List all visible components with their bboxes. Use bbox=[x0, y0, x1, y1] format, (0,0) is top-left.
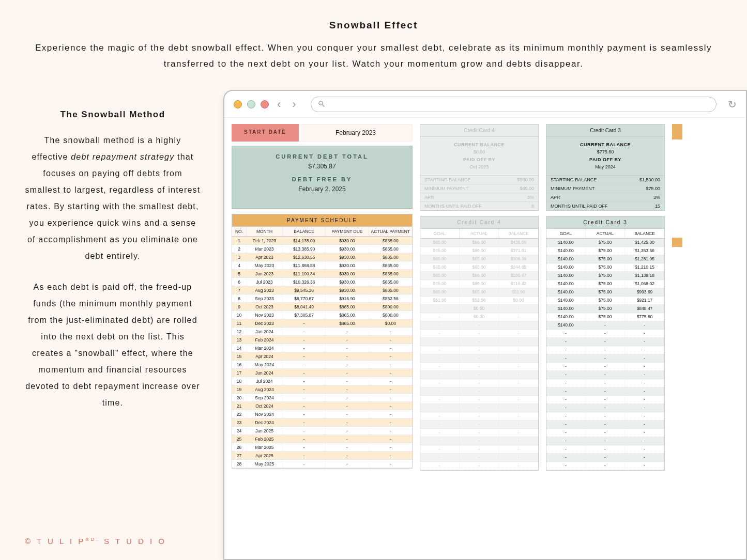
table-row[interactable]: $51.90$52.56$0.00 bbox=[420, 297, 538, 305]
table-row[interactable]: --- bbox=[420, 445, 538, 454]
table-row[interactable]: --- bbox=[546, 379, 664, 387]
table-row[interactable]: --- bbox=[546, 387, 664, 396]
table-row[interactable]: 28May 2025--- bbox=[232, 460, 412, 468]
table-row[interactable]: 9Oct 2023$8,041.49$865.00$800.00 bbox=[232, 303, 412, 311]
table-row[interactable]: --- bbox=[420, 454, 538, 462]
table-row[interactable]: 7Aug 2023$9,545.36$930.00$865.00 bbox=[232, 286, 412, 294]
table-row[interactable]: -$0.00- bbox=[420, 313, 538, 321]
table-row[interactable]: --- bbox=[546, 371, 664, 379]
col-header: BALANCE bbox=[499, 229, 538, 238]
table-row[interactable]: $140.00$75.00$921.17 bbox=[546, 297, 664, 305]
table-row[interactable]: --- bbox=[546, 412, 664, 421]
copyright: © T U L I PRD. S T U D I O bbox=[25, 537, 166, 546]
table-row[interactable]: --- bbox=[546, 338, 664, 346]
table-row[interactable]: $65.00$65.00$308.36 bbox=[420, 255, 538, 263]
address-bar[interactable]: 🔍︎ bbox=[311, 97, 716, 112]
table-row[interactable]: 10Nov 2023$7,305.87$865.00$800.00 bbox=[232, 311, 412, 319]
table-row[interactable]: --- bbox=[420, 396, 538, 404]
table-row[interactable]: --- bbox=[546, 363, 664, 371]
table-row[interactable]: 11Dec 2023-$865.00$0.00 bbox=[232, 319, 412, 328]
table-row[interactable]: --- bbox=[420, 354, 538, 363]
table-row[interactable]: 20Sep 2024--- bbox=[232, 394, 412, 402]
table-row[interactable]: 23Dec 2024--- bbox=[232, 418, 412, 427]
schedule-header: PAYMENT SCHEDULE bbox=[232, 214, 412, 226]
table-row[interactable]: --- bbox=[546, 354, 664, 363]
table-row[interactable]: --- bbox=[420, 338, 538, 346]
table-row[interactable]: 27Apr 2025--- bbox=[232, 452, 412, 460]
table-row[interactable]: 1Feb 1, 2023$14,135.00$930.00$865.00 bbox=[232, 237, 412, 245]
table-row[interactable]: $65.00$65.00$435.00 bbox=[420, 239, 538, 247]
nav-back-icon[interactable]: ‹ bbox=[274, 98, 284, 111]
table-row[interactable]: --- bbox=[546, 404, 664, 412]
table-row[interactable]: $140.00$75.00$1,281.95 bbox=[546, 255, 664, 263]
table-row[interactable]: 17Jun 2024--- bbox=[232, 369, 412, 377]
table-row[interactable]: 4May 2023$11,868.88$930.00$865.00 bbox=[232, 261, 412, 270]
table-row[interactable]: --- bbox=[420, 462, 538, 470]
table-row[interactable]: --- bbox=[546, 454, 664, 462]
table-row[interactable]: --- bbox=[420, 437, 538, 445]
table-row[interactable]: --- bbox=[546, 462, 664, 470]
card4-title: Credit Card 4 bbox=[420, 125, 538, 137]
table-row[interactable]: --- bbox=[420, 371, 538, 379]
table-row[interactable]: $65.00$65.00$116.42 bbox=[420, 280, 538, 288]
table-row[interactable]: $140.00$75.00$993.69 bbox=[546, 288, 664, 297]
current-debt-value: $7,305.87 bbox=[232, 163, 412, 170]
reload-icon[interactable]: ↻ bbox=[728, 98, 737, 111]
table-row[interactable]: 14Mar 2024--- bbox=[232, 344, 412, 352]
table-row[interactable]: --- bbox=[420, 421, 538, 429]
table-row[interactable]: $65.00$65.00$180.67 bbox=[420, 272, 538, 280]
window-dot-close[interactable] bbox=[261, 100, 269, 108]
table-row[interactable]: --- bbox=[546, 421, 664, 429]
start-date-value[interactable]: February 2023 bbox=[299, 124, 413, 142]
table-row[interactable]: $140.00-- bbox=[546, 321, 664, 330]
table-row[interactable]: $140.00$75.00$1,425.00 bbox=[546, 239, 664, 247]
table-row[interactable]: 18Jul 2024--- bbox=[232, 377, 412, 385]
nav-forward-icon[interactable]: › bbox=[289, 98, 299, 111]
table-row[interactable]: 3Apr 2023$12,630.55$930.00$865.00 bbox=[232, 253, 412, 261]
table-row[interactable]: $65.00$65.00$244.65 bbox=[420, 263, 538, 272]
table-row[interactable]: 26Mar 2025--- bbox=[232, 443, 412, 452]
table-row[interactable]: --- bbox=[420, 412, 538, 421]
table-row[interactable]: 8Sep 2023$8,770.67$916.90$852.56 bbox=[232, 294, 412, 303]
table-row[interactable]: $140.00$75.00$1,066.02 bbox=[546, 280, 664, 288]
table-row[interactable]: 19Aug 2024--- bbox=[232, 385, 412, 394]
table-row[interactable]: 12Jan 2024--- bbox=[232, 328, 412, 336]
table-row[interactable]: --- bbox=[420, 363, 538, 371]
table-row[interactable]: --- bbox=[546, 429, 664, 437]
window-dot-minimize[interactable] bbox=[234, 100, 242, 108]
table-row[interactable]: 16May 2024--- bbox=[232, 361, 412, 369]
table-row[interactable]: --- bbox=[546, 330, 664, 338]
table-row[interactable]: --- bbox=[420, 387, 538, 396]
table-row[interactable]: --- bbox=[546, 396, 664, 404]
table-row[interactable]: 2Mar 2023$13,385.90$930.00$865.00 bbox=[232, 245, 412, 253]
table-row[interactable]: -$0.00- bbox=[420, 305, 538, 313]
table-row[interactable]: --- bbox=[420, 346, 538, 354]
table-row[interactable]: --- bbox=[420, 379, 538, 387]
table-row[interactable]: --- bbox=[420, 404, 538, 412]
window-dot-maximize[interactable] bbox=[247, 100, 255, 108]
table-row[interactable]: --- bbox=[546, 437, 664, 445]
table-row[interactable]: 22Nov 2024--- bbox=[232, 410, 412, 418]
table-row[interactable]: 6Jul 2023$10,326.36$930.00$865.00 bbox=[232, 278, 412, 286]
table-row[interactable]: $140.00$75.00$848.47 bbox=[546, 305, 664, 313]
method-heading: The Snowball Method bbox=[25, 110, 201, 120]
table-row[interactable]: --- bbox=[420, 321, 538, 330]
table-row[interactable]: $140.00$75.00$775.60 bbox=[546, 313, 664, 321]
table-row[interactable]: 13Feb 2024--- bbox=[232, 336, 412, 344]
table-row[interactable]: $65.00$65.00$371.81 bbox=[420, 247, 538, 255]
table-row[interactable]: $140.00$75.00$1,138.18 bbox=[546, 272, 664, 280]
table-row[interactable]: $65.00$65.00$51.90 bbox=[420, 288, 538, 297]
table-row[interactable]: 24Jan 2025--- bbox=[232, 427, 412, 435]
table-row[interactable]: 21Oct 2024--- bbox=[232, 402, 412, 410]
table-row[interactable]: $140.00$75.00$1,210.15 bbox=[546, 263, 664, 272]
table-row[interactable]: --- bbox=[546, 445, 664, 454]
card4-table-header: Credit Card 4 bbox=[420, 216, 538, 228]
table-row[interactable]: --- bbox=[420, 330, 538, 338]
table-row[interactable]: 5Jun 2023$11,100.84$930.00$865.00 bbox=[232, 270, 412, 278]
table-row[interactable]: --- bbox=[546, 346, 664, 354]
table-row[interactable]: 25Feb 2025--- bbox=[232, 435, 412, 443]
table-row[interactable]: --- bbox=[420, 429, 538, 437]
col-header: PAYMENT DUE bbox=[326, 227, 369, 236]
table-row[interactable]: 15Apr 2024--- bbox=[232, 352, 412, 361]
table-row[interactable]: $140.00$75.00$1,353.56 bbox=[546, 247, 664, 255]
